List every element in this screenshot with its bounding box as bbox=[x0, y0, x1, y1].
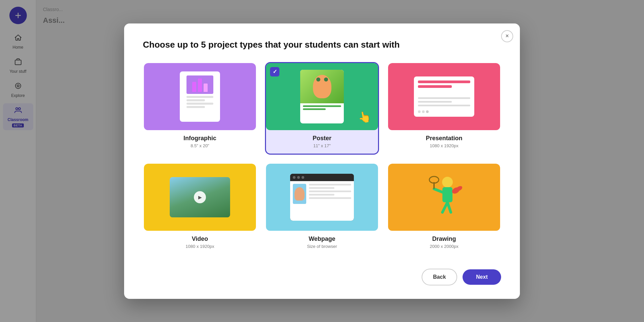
cursor-icon: 👆 bbox=[357, 109, 372, 124]
poster-preview: ✓ 👆 bbox=[266, 63, 378, 130]
project-card-infographic[interactable]: Infographic 8.5" x 20" bbox=[143, 62, 257, 155]
drawing-preview bbox=[388, 164, 500, 231]
presentation-name: Presentation bbox=[388, 135, 500, 142]
project-type-grid: Infographic 8.5" x 20" ✓ bbox=[143, 62, 501, 255]
presentation-size: 1080 x 1920px bbox=[388, 143, 500, 148]
infographic-name: Infographic bbox=[144, 135, 256, 142]
play-icon: ▶ bbox=[194, 191, 206, 203]
poster-name: Poster bbox=[266, 135, 378, 142]
drawing-name: Drawing bbox=[388, 235, 500, 243]
modal-footer: Back Next bbox=[143, 269, 501, 285]
svg-line-8 bbox=[447, 202, 451, 212]
drawing-size: 2000 x 2000px bbox=[388, 244, 500, 249]
modal-close-button[interactable]: × bbox=[501, 30, 513, 42]
video-size: 1080 x 1920px bbox=[144, 244, 256, 249]
modal-dialog: × Choose up to 5 project types that your… bbox=[124, 23, 520, 299]
selected-checkmark: ✓ bbox=[270, 67, 279, 76]
project-card-presentation[interactable]: Presentation 1080 x 1920px bbox=[387, 62, 501, 155]
project-card-drawing[interactable]: Drawing 2000 x 2000px bbox=[387, 163, 501, 255]
svg-rect-6 bbox=[442, 187, 452, 202]
next-button[interactable]: Next bbox=[463, 269, 501, 285]
video-preview: ▶ bbox=[144, 164, 256, 231]
webpage-name: Webpage bbox=[266, 235, 378, 243]
infographic-preview bbox=[144, 63, 256, 130]
webpage-preview bbox=[266, 164, 378, 231]
project-card-poster[interactable]: ✓ 👆 bbox=[265, 62, 379, 155]
project-card-video[interactable]: ▶ Video 1080 x 1920px bbox=[143, 163, 257, 255]
svg-point-5 bbox=[442, 177, 453, 187]
webpage-size: Size of browser bbox=[266, 244, 378, 249]
presentation-preview bbox=[388, 63, 500, 130]
poster-size: 11" x 17" bbox=[266, 143, 378, 148]
video-name: Video bbox=[144, 235, 256, 243]
infographic-size: 8.5" x 20" bbox=[144, 143, 256, 148]
svg-line-9 bbox=[434, 189, 442, 192]
project-card-webpage[interactable]: Webpage Size of browser bbox=[265, 163, 379, 255]
close-icon: × bbox=[505, 33, 509, 40]
modal-title: Choose up to 5 project types that your s… bbox=[143, 40, 501, 50]
back-button[interactable]: Back bbox=[422, 269, 457, 285]
modal-overlay: × Choose up to 5 project types that your… bbox=[0, 0, 644, 322]
